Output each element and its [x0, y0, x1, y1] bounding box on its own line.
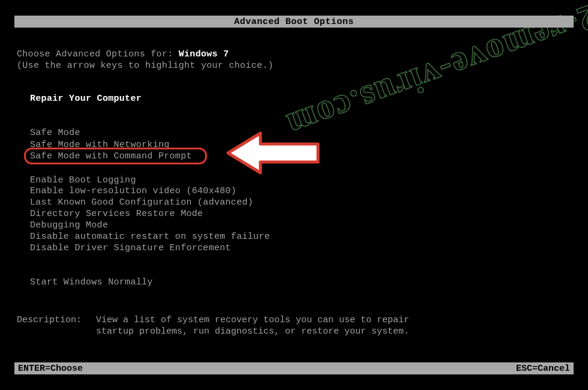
- menu-item-repair[interactable]: Repair Your Computer: [30, 94, 142, 104]
- menu-item-ds-restore[interactable]: Directory Services Restore Mode: [30, 209, 203, 219]
- description-text-1: View a list of system recovery tools you…: [96, 315, 409, 325]
- description-label: Description:: [17, 315, 82, 325]
- menu-item-safe-mode[interactable]: Safe Mode: [30, 128, 80, 138]
- footer-esc: ESC=Cancel: [516, 364, 570, 374]
- menu-item-start-normally[interactable]: Start Windows Normally: [30, 277, 153, 287]
- footer-bar: ENTER=Choose ESC=Cancel: [14, 362, 574, 374]
- choose-line: Choose Advanced Options for: Windows 7: [17, 49, 229, 59]
- title-text: Advanced Boot Options: [234, 17, 354, 27]
- menu-item-safe-mode-cmd[interactable]: Safe Mode with Command Prompt: [30, 151, 192, 161]
- menu-item-disable-auto-restart[interactable]: Disable automatic restart on system fail…: [30, 232, 270, 242]
- title-bar: Advanced Boot Options: [14, 16, 574, 28]
- menu-item-debugging[interactable]: Debugging Mode: [30, 220, 108, 230]
- menu-item-last-known-good[interactable]: Last Known Good Configuration (advanced): [30, 197, 253, 208]
- menu-item-safe-mode-networking[interactable]: Safe Mode with Networking: [30, 140, 170, 150]
- footer-enter: ENTER=Choose: [18, 364, 83, 374]
- menu-item-boot-logging[interactable]: Enable Boot Logging: [30, 175, 136, 185]
- menu-item-low-res[interactable]: Enable low-resolution video (640x480): [30, 186, 236, 196]
- menu-item-disable-driver-sig[interactable]: Disable Driver Signature Enforcement: [30, 243, 231, 253]
- arrow-icon: [223, 128, 322, 178]
- description-text-2: startup problems, run diagnostics, or re…: [96, 326, 409, 337]
- instructions-line: (Use the arrow keys to highlight your ch…: [17, 61, 274, 71]
- os-name: Windows 7: [179, 49, 229, 59]
